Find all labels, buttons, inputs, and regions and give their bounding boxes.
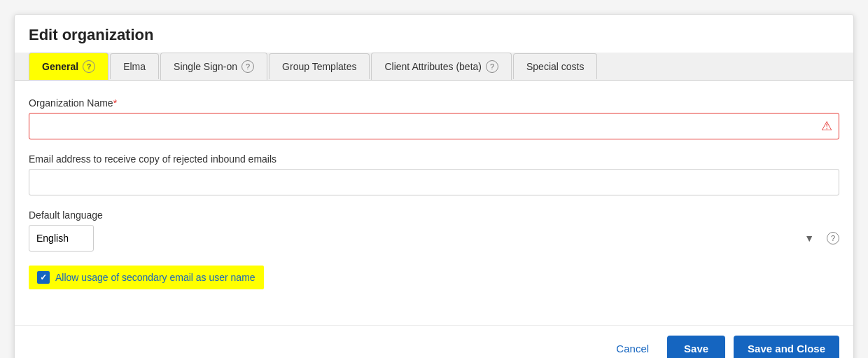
tab-general-label: General xyxy=(42,61,78,72)
email-label: Email address to receive copy of rejecte… xyxy=(29,153,839,165)
tab-group-templates[interactable]: Group Templates xyxy=(269,53,370,79)
modal-body: Organization Name* ⚠ Email address to re… xyxy=(15,81,853,358)
secondary-email-checkbox-row[interactable]: Allow usage of secondary email as user n… xyxy=(29,266,264,289)
tab-special-costs-label: Special costs xyxy=(526,61,584,72)
cancel-button[interactable]: Cancel xyxy=(606,337,659,358)
org-name-input[interactable] xyxy=(29,113,839,139)
save-and-close-button[interactable]: Save and Close xyxy=(734,336,839,358)
secondary-email-checkbox[interactable] xyxy=(37,271,50,284)
email-group: Email address to receive copy of rejecte… xyxy=(29,153,839,195)
tab-client-help-icon[interactable]: ? xyxy=(486,60,498,73)
secondary-email-label: Allow usage of secondary email as user n… xyxy=(55,272,255,283)
tab-special-costs[interactable]: Special costs xyxy=(513,53,597,79)
tab-elma-label: Elma xyxy=(123,61,146,72)
org-name-group: Organization Name* ⚠ xyxy=(29,97,839,139)
language-select-wrapper: English French German Spanish ▼ ? xyxy=(29,225,839,252)
checkbox-group: Allow usage of secondary email as user n… xyxy=(29,266,839,289)
save-button[interactable]: Save xyxy=(667,336,725,358)
language-select[interactable]: English French German Spanish xyxy=(29,225,94,252)
tab-general[interactable]: General ? xyxy=(29,53,108,80)
org-name-input-wrapper: ⚠ xyxy=(29,113,839,139)
tab-sso-help-icon[interactable]: ? xyxy=(241,60,254,73)
language-group: Default language English French German S… xyxy=(29,209,839,252)
tab-group-templates-label: Group Templates xyxy=(282,61,356,72)
modal-title: Edit organization xyxy=(29,26,839,44)
edit-organization-modal: Edit organization General ? Elma Single … xyxy=(14,14,854,358)
language-help-icon[interactable]: ? xyxy=(827,232,839,245)
modal-header: Edit organization xyxy=(15,15,853,53)
tab-single-sign-on-label: Single Sign-on xyxy=(174,61,237,72)
language-label: Default language xyxy=(29,209,839,221)
tab-general-help-icon[interactable]: ? xyxy=(83,60,95,73)
language-select-container: English French German Spanish ▼ xyxy=(29,225,821,252)
select-arrow-icon: ▼ xyxy=(804,233,814,244)
error-icon: ⚠ xyxy=(821,118,832,134)
required-indicator: * xyxy=(113,97,117,109)
tabs-container: General ? Elma Single Sign-on ? Group Te… xyxy=(15,53,853,81)
email-input[interactable] xyxy=(29,169,839,195)
modal-footer: Cancel Save Save and Close xyxy=(15,325,853,358)
org-name-label: Organization Name* xyxy=(29,97,839,109)
tab-client-attributes-label: Client Attributes (beta) xyxy=(384,61,482,72)
tab-single-sign-on[interactable]: Single Sign-on ? xyxy=(160,53,267,80)
tab-client-attributes[interactable]: Client Attributes (beta) ? xyxy=(371,53,512,80)
tab-elma[interactable]: Elma xyxy=(110,53,159,79)
